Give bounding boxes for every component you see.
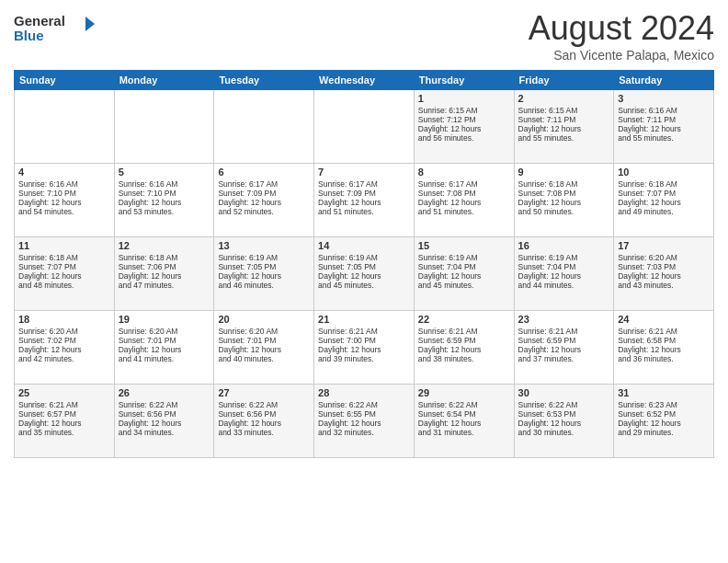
cell-text: Sunrise: 6:22 AM xyxy=(318,400,410,409)
cell-text: Sunrise: 6:22 AM xyxy=(119,400,210,409)
cell-text: Sunset: 7:06 PM xyxy=(119,262,210,271)
day-number: 14 xyxy=(318,240,410,251)
cell-text: Sunset: 6:56 PM xyxy=(218,409,310,419)
cell-text: and 51 minutes. xyxy=(318,207,410,216)
day-number: 12 xyxy=(119,240,210,251)
cell-text: Sunrise: 6:20 AM xyxy=(119,327,210,336)
cell-text: and 29 minutes. xyxy=(618,428,710,437)
cell-text: Sunset: 7:01 PM xyxy=(218,336,310,345)
cell-5-6: 30Sunrise: 6:22 AMSunset: 6:53 PMDayligh… xyxy=(514,385,614,458)
cell-text: Sunset: 7:10 PM xyxy=(119,189,210,198)
cell-text: Daylight: 12 hours xyxy=(218,271,310,281)
day-number: 9 xyxy=(518,167,610,178)
cell-text: Sunrise: 6:19 AM xyxy=(518,253,610,262)
cell-text: Daylight: 12 hours xyxy=(418,124,510,133)
day-number: 10 xyxy=(618,167,710,178)
col-friday: Friday xyxy=(514,71,614,90)
cell-text: and 44 minutes. xyxy=(518,281,610,290)
cell-text: and 45 minutes. xyxy=(318,281,410,290)
cell-3-3: 13Sunrise: 6:19 AMSunset: 7:05 PMDayligh… xyxy=(214,237,314,311)
cell-text: Daylight: 12 hours xyxy=(618,345,710,354)
cell-text: Sunset: 6:55 PM xyxy=(318,409,410,419)
cell-text: and 47 minutes. xyxy=(119,281,210,290)
cell-text: Sunrise: 6:20 AM xyxy=(218,327,310,336)
day-number: 23 xyxy=(518,314,610,325)
cell-text: Sunrise: 6:20 AM xyxy=(618,253,710,262)
cell-text: Sunrise: 6:16 AM xyxy=(18,179,110,189)
cell-text: Sunset: 7:08 PM xyxy=(418,189,510,198)
cell-text: Sunset: 6:54 PM xyxy=(418,409,510,419)
cell-text: Daylight: 12 hours xyxy=(318,198,410,207)
cell-2-6: 9Sunrise: 6:18 AMSunset: 7:08 PMDaylight… xyxy=(514,164,614,237)
logo: General Blue xyxy=(14,9,97,46)
cell-text: Daylight: 12 hours xyxy=(18,271,110,281)
cell-text: and 37 minutes. xyxy=(518,354,610,363)
cell-2-7: 10Sunrise: 6:18 AMSunset: 7:07 PMDayligh… xyxy=(614,164,714,237)
cell-text: Daylight: 12 hours xyxy=(18,198,110,207)
cell-text: Sunset: 7:11 PM xyxy=(618,115,710,124)
cell-text: Daylight: 12 hours xyxy=(119,419,210,428)
cell-text: Sunrise: 6:21 AM xyxy=(618,327,710,336)
cell-2-1: 4Sunrise: 6:16 AMSunset: 7:10 PMDaylight… xyxy=(15,164,115,237)
cell-text: Sunrise: 6:19 AM xyxy=(218,253,310,262)
cell-1-3 xyxy=(214,90,314,164)
day-number: 5 xyxy=(119,167,210,178)
cell-text: Daylight: 12 hours xyxy=(218,419,310,428)
cell-1-2 xyxy=(114,90,214,164)
cell-1-7: 3Sunrise: 6:16 AMSunset: 7:11 PMDaylight… xyxy=(614,90,714,164)
cell-text: Sunrise: 6:19 AM xyxy=(418,253,510,262)
col-wednesday: Wednesday xyxy=(314,71,415,90)
cell-3-5: 15Sunrise: 6:19 AMSunset: 7:04 PMDayligh… xyxy=(414,237,514,311)
cell-text: and 53 minutes. xyxy=(119,207,210,216)
cell-text: and 45 minutes. xyxy=(418,281,510,290)
cell-3-4: 14Sunrise: 6:19 AMSunset: 7:05 PMDayligh… xyxy=(314,237,415,311)
day-number: 2 xyxy=(518,93,610,104)
cell-text: Sunrise: 6:16 AM xyxy=(618,106,710,115)
cell-text: Daylight: 12 hours xyxy=(518,271,610,281)
cell-text: Daylight: 12 hours xyxy=(119,198,210,207)
col-saturday: Saturday xyxy=(614,71,714,90)
day-number: 17 xyxy=(618,240,710,251)
cell-text: Sunset: 7:07 PM xyxy=(18,262,110,271)
day-number: 27 xyxy=(218,387,310,398)
cell-text: Sunset: 7:02 PM xyxy=(18,336,110,345)
svg-marker-2 xyxy=(85,17,95,31)
week-row-3: 11Sunrise: 6:18 AMSunset: 7:07 PMDayligh… xyxy=(15,237,714,311)
day-number: 6 xyxy=(218,167,310,178)
cell-text: Sunrise: 6:15 AM xyxy=(518,106,610,115)
cell-text: and 55 minutes. xyxy=(618,133,710,143)
cell-text: Sunset: 7:12 PM xyxy=(418,115,510,124)
cell-text: Daylight: 12 hours xyxy=(318,419,410,428)
cell-3-1: 11Sunrise: 6:18 AMSunset: 7:07 PMDayligh… xyxy=(15,237,115,311)
cell-text: and 49 minutes. xyxy=(618,207,710,216)
cell-text: Sunset: 7:00 PM xyxy=(318,336,410,345)
cell-text: Sunset: 7:03 PM xyxy=(618,262,710,271)
cell-1-4 xyxy=(314,90,415,164)
cell-text: and 31 minutes. xyxy=(418,428,510,437)
logo-svg: General Blue xyxy=(14,9,97,46)
cell-text: Sunset: 7:11 PM xyxy=(518,115,610,124)
cell-text: Sunset: 7:04 PM xyxy=(418,262,510,271)
cell-text: Sunset: 6:52 PM xyxy=(618,409,710,419)
day-number: 13 xyxy=(218,240,310,251)
cell-text: Daylight: 12 hours xyxy=(618,419,710,428)
cell-4-4: 21Sunrise: 6:21 AMSunset: 7:00 PMDayligh… xyxy=(314,311,415,385)
cell-text: Sunrise: 6:21 AM xyxy=(318,327,410,336)
location: San Vicente Palapa, Mexico xyxy=(529,48,714,63)
cell-text: Sunrise: 6:21 AM xyxy=(518,327,610,336)
cell-text: Daylight: 12 hours xyxy=(618,271,710,281)
cell-text: Sunset: 6:57 PM xyxy=(18,409,110,419)
header: General Blue August 2024 San Vicente Pal… xyxy=(14,9,714,63)
cell-text: Sunrise: 6:22 AM xyxy=(418,400,510,409)
day-number: 28 xyxy=(318,387,410,398)
cell-1-6: 2Sunrise: 6:15 AMSunset: 7:11 PMDaylight… xyxy=(514,90,614,164)
cell-text: Daylight: 12 hours xyxy=(418,271,510,281)
cell-text: Daylight: 12 hours xyxy=(418,419,510,428)
cell-4-1: 18Sunrise: 6:20 AMSunset: 7:02 PMDayligh… xyxy=(15,311,115,385)
day-number: 19 xyxy=(119,314,210,325)
calendar-table: Sunday Monday Tuesday Wednesday Thursday… xyxy=(14,70,714,458)
day-number: 29 xyxy=(418,387,510,398)
cell-5-3: 27Sunrise: 6:22 AMSunset: 6:56 PMDayligh… xyxy=(214,385,314,458)
cell-text: and 33 minutes. xyxy=(218,428,310,437)
cell-text: Sunset: 7:05 PM xyxy=(218,262,310,271)
